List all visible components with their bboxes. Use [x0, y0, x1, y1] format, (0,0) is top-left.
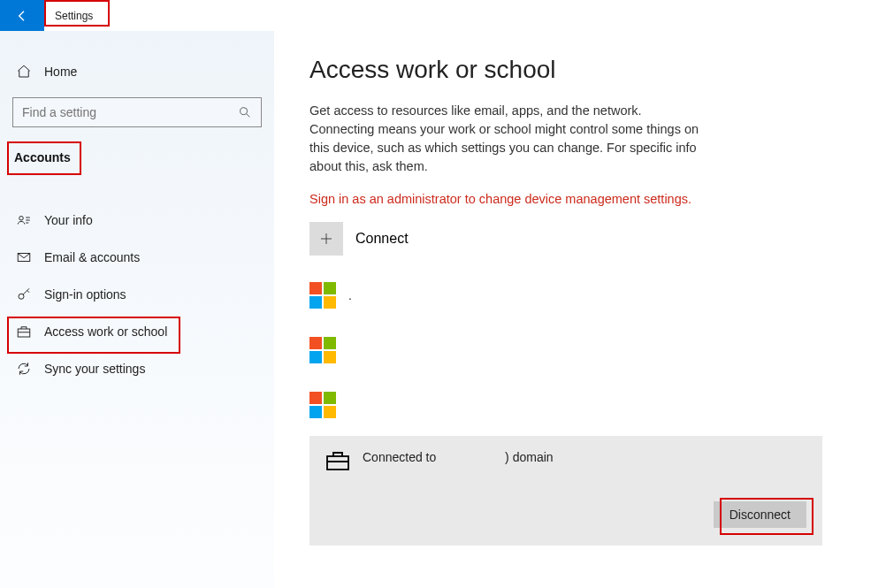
svg-rect-4	[18, 329, 30, 337]
sidebar-section: Accounts	[0, 140, 74, 173]
account-item[interactable]	[309, 326, 851, 374]
page-title: Access work or school	[309, 56, 851, 84]
admin-warning: Sign in as an administrator to change de…	[309, 192, 851, 206]
sidebar: Home Accounts Your info Email & accounts…	[0, 31, 274, 588]
microsoft-logo-icon	[309, 337, 336, 363]
app-title: Settings	[44, 6, 103, 26]
sidebar-item-label: Sync your settings	[44, 362, 145, 376]
arrow-left-icon	[15, 9, 29, 23]
briefcase-icon	[325, 450, 350, 475]
account-item[interactable]	[309, 381, 851, 429]
sidebar-item-label: Your info	[44, 213, 93, 227]
svg-rect-5	[327, 456, 348, 470]
sidebar-item-label: Access work or school	[44, 325, 167, 339]
disconnect-button[interactable]: Disconnect	[714, 501, 806, 528]
microsoft-logo-icon	[309, 282, 336, 309]
microsoft-logo-icon	[309, 392, 336, 418]
key-icon	[16, 286, 32, 302]
plus-icon	[309, 222, 343, 256]
back-button[interactable]	[0, 0, 44, 31]
sidebar-item-label: Sign-in options	[44, 287, 126, 302]
sidebar-item-access-work[interactable]: Access work or school	[0, 313, 274, 350]
svg-point-3	[19, 294, 24, 299]
mail-icon	[16, 249, 32, 265]
search-field[interactable]	[22, 105, 238, 119]
domain-connection[interactable]: Connected to ) domain Disconnect	[309, 436, 822, 546]
sidebar-home-label: Home	[44, 65, 77, 79]
search-input[interactable]	[12, 97, 262, 127]
sync-icon	[16, 361, 32, 377]
home-icon	[16, 64, 32, 80]
connect-button[interactable]: Connect	[309, 222, 851, 256]
account-text: .	[348, 288, 352, 302]
sidebar-item-signin[interactable]: Sign-in options	[0, 276, 274, 313]
sidebar-item-email[interactable]: Email & accounts	[0, 239, 274, 276]
sidebar-home[interactable]: Home	[0, 53, 274, 90]
main-content: Access work or school Get access to reso…	[274, 31, 886, 588]
briefcase-icon	[16, 324, 32, 340]
sidebar-item-sync[interactable]: Sync your settings	[0, 350, 274, 387]
sidebar-item-label: Email & accounts	[44, 250, 140, 264]
svg-point-0	[241, 108, 248, 115]
search-icon	[238, 105, 252, 119]
page-description: Get access to resources like email, apps…	[309, 102, 703, 176]
svg-point-1	[19, 217, 24, 221]
connect-label: Connect	[355, 231, 409, 247]
sidebar-item-your-info[interactable]: Your info	[0, 202, 274, 239]
account-item[interactable]: .	[309, 271, 851, 319]
person-card-icon	[16, 212, 32, 228]
domain-text: Connected to ) domain	[363, 450, 554, 464]
